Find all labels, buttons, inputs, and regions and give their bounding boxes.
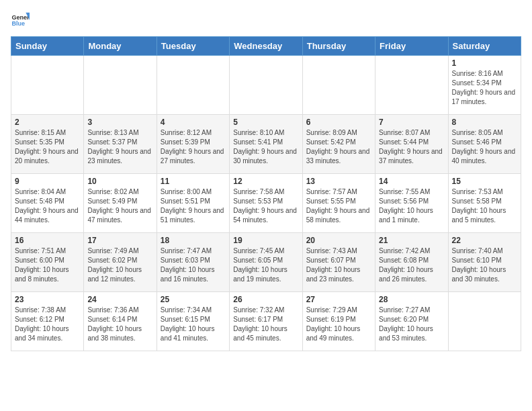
calendar-header-row: SundayMondayTuesdayWednesdayThursdayFrid…	[11, 37, 521, 56]
calendar-week-row: 1Sunrise: 8:16 AM Sunset: 5:34 PM Daylig…	[11, 56, 521, 115]
day-info: Sunrise: 7:47 AM Sunset: 6:03 PM Dayligh…	[161, 246, 226, 284]
day-number: 22	[452, 236, 517, 245]
day-number: 27	[306, 295, 371, 304]
day-info: Sunrise: 8:02 AM Sunset: 5:49 PM Dayligh…	[87, 187, 152, 225]
day-number: 15	[452, 177, 517, 186]
calendar-cell: 4Sunrise: 8:12 AM Sunset: 5:39 PM Daylig…	[157, 115, 229, 174]
day-number: 13	[306, 177, 371, 186]
calendar-cell: 2Sunrise: 8:15 AM Sunset: 5:35 PM Daylig…	[11, 115, 84, 174]
svg-text:Blue: Blue	[11, 20, 25, 27]
day-of-week-header: Saturday	[448, 37, 521, 56]
day-info: Sunrise: 8:00 AM Sunset: 5:51 PM Dayligh…	[161, 187, 226, 225]
day-of-week-header: Tuesday	[157, 37, 229, 56]
calendar-week-row: 16Sunrise: 7:51 AM Sunset: 6:00 PM Dayli…	[11, 233, 521, 292]
calendar-cell: 16Sunrise: 7:51 AM Sunset: 6:00 PM Dayli…	[11, 233, 84, 292]
day-info: Sunrise: 7:45 AM Sunset: 6:05 PM Dayligh…	[233, 246, 298, 284]
calendar-cell	[84, 56, 157, 115]
calendar-cell: 24Sunrise: 7:36 AM Sunset: 6:14 PM Dayli…	[84, 292, 157, 351]
day-number: 19	[233, 236, 298, 245]
day-number: 23	[15, 295, 80, 304]
calendar-cell: 6Sunrise: 8:09 AM Sunset: 5:42 PM Daylig…	[302, 115, 375, 174]
calendar-cell: 20Sunrise: 7:43 AM Sunset: 6:07 PM Dayli…	[302, 233, 375, 292]
calendar-cell: 18Sunrise: 7:47 AM Sunset: 6:03 PM Dayli…	[157, 233, 229, 292]
calendar-cell	[11, 56, 84, 115]
day-of-week-header: Sunday	[11, 37, 84, 56]
day-info: Sunrise: 8:16 AM Sunset: 5:34 PM Dayligh…	[452, 69, 517, 107]
logo-icon: General Blue	[11, 11, 30, 30]
day-number: 6	[306, 118, 371, 127]
calendar-cell: 22Sunrise: 7:40 AM Sunset: 6:10 PM Dayli…	[448, 233, 521, 292]
day-number: 28	[379, 295, 444, 304]
calendar-cell	[157, 56, 229, 115]
day-number: 9	[15, 177, 80, 186]
calendar-cell	[448, 292, 521, 351]
day-number: 26	[233, 295, 298, 304]
day-info: Sunrise: 7:53 AM Sunset: 5:58 PM Dayligh…	[452, 187, 517, 225]
day-info: Sunrise: 7:57 AM Sunset: 5:55 PM Dayligh…	[306, 187, 371, 225]
day-info: Sunrise: 8:04 AM Sunset: 5:48 PM Dayligh…	[15, 187, 80, 225]
calendar-cell: 3Sunrise: 8:13 AM Sunset: 5:37 PM Daylig…	[84, 115, 157, 174]
day-info: Sunrise: 8:07 AM Sunset: 5:44 PM Dayligh…	[379, 128, 444, 166]
day-info: Sunrise: 7:43 AM Sunset: 6:07 PM Dayligh…	[306, 246, 371, 284]
day-number: 1	[452, 58, 517, 68]
day-info: Sunrise: 7:29 AM Sunset: 6:19 PM Dayligh…	[306, 306, 371, 343]
calendar-cell: 7Sunrise: 8:07 AM Sunset: 5:44 PM Daylig…	[375, 115, 448, 174]
calendar-cell: 1Sunrise: 8:16 AM Sunset: 5:34 PM Daylig…	[448, 56, 521, 115]
calendar-cell: 19Sunrise: 7:45 AM Sunset: 6:05 PM Dayli…	[230, 233, 302, 292]
day-number: 14	[379, 177, 444, 186]
day-number: 18	[161, 236, 226, 245]
day-number: 24	[87, 295, 152, 304]
day-info: Sunrise: 7:32 AM Sunset: 6:17 PM Dayligh…	[233, 306, 298, 343]
calendar-cell: 28Sunrise: 7:27 AM Sunset: 6:20 PM Dayli…	[375, 292, 448, 351]
day-of-week-header: Monday	[84, 37, 157, 56]
day-info: Sunrise: 7:40 AM Sunset: 6:10 PM Dayligh…	[452, 246, 517, 284]
day-info: Sunrise: 7:51 AM Sunset: 6:00 PM Dayligh…	[15, 246, 80, 284]
day-info: Sunrise: 7:42 AM Sunset: 6:08 PM Dayligh…	[379, 246, 444, 284]
day-info: Sunrise: 7:49 AM Sunset: 6:02 PM Dayligh…	[87, 246, 152, 284]
day-info: Sunrise: 8:12 AM Sunset: 5:39 PM Dayligh…	[161, 128, 226, 166]
day-info: Sunrise: 7:34 AM Sunset: 6:15 PM Dayligh…	[161, 306, 226, 343]
day-number: 20	[306, 236, 371, 245]
day-number: 16	[15, 236, 80, 245]
day-number: 8	[452, 118, 517, 127]
calendar-cell: 26Sunrise: 7:32 AM Sunset: 6:17 PM Dayli…	[230, 292, 302, 351]
day-info: Sunrise: 7:36 AM Sunset: 6:14 PM Dayligh…	[87, 306, 152, 343]
page-header: General Blue	[11, 11, 521, 30]
day-number: 5	[233, 118, 298, 127]
calendar-cell: 17Sunrise: 7:49 AM Sunset: 6:02 PM Dayli…	[84, 233, 157, 292]
calendar-cell: 8Sunrise: 8:05 AM Sunset: 5:46 PM Daylig…	[448, 115, 521, 174]
calendar-cell: 12Sunrise: 7:58 AM Sunset: 5:53 PM Dayli…	[230, 174, 302, 233]
calendar-cell: 15Sunrise: 7:53 AM Sunset: 5:58 PM Dayli…	[448, 174, 521, 233]
calendar-cell: 11Sunrise: 8:00 AM Sunset: 5:51 PM Dayli…	[157, 174, 229, 233]
day-number: 3	[87, 118, 152, 127]
day-number: 17	[87, 236, 152, 245]
day-info: Sunrise: 8:05 AM Sunset: 5:46 PM Dayligh…	[452, 128, 517, 166]
day-info: Sunrise: 7:58 AM Sunset: 5:53 PM Dayligh…	[233, 187, 298, 225]
calendar-cell: 10Sunrise: 8:02 AM Sunset: 5:49 PM Dayli…	[84, 174, 157, 233]
day-info: Sunrise: 8:10 AM Sunset: 5:41 PM Dayligh…	[233, 128, 298, 166]
day-number: 7	[379, 118, 444, 127]
calendar-cell: 27Sunrise: 7:29 AM Sunset: 6:19 PM Dayli…	[302, 292, 375, 351]
calendar-week-row: 9Sunrise: 8:04 AM Sunset: 5:48 PM Daylig…	[11, 174, 521, 233]
day-info: Sunrise: 8:15 AM Sunset: 5:35 PM Dayligh…	[15, 128, 80, 166]
calendar-cell: 14Sunrise: 7:55 AM Sunset: 5:56 PM Dayli…	[375, 174, 448, 233]
calendar-cell: 9Sunrise: 8:04 AM Sunset: 5:48 PM Daylig…	[11, 174, 84, 233]
day-number: 2	[15, 118, 80, 127]
day-of-week-header: Friday	[375, 37, 448, 56]
calendar-cell	[375, 56, 448, 115]
day-of-week-header: Thursday	[302, 37, 375, 56]
calendar-table: SundayMondayTuesdayWednesdayThursdayFrid…	[11, 36, 521, 351]
day-number: 25	[161, 295, 226, 304]
svg-text:General: General	[11, 14, 30, 21]
day-number: 10	[87, 177, 152, 186]
day-number: 12	[233, 177, 298, 186]
calendar-cell: 23Sunrise: 7:38 AM Sunset: 6:12 PM Dayli…	[11, 292, 84, 351]
day-number: 11	[161, 177, 226, 186]
day-of-week-header: Wednesday	[230, 37, 302, 56]
day-info: Sunrise: 7:55 AM Sunset: 5:56 PM Dayligh…	[379, 187, 444, 225]
day-number: 4	[161, 118, 226, 127]
calendar-cell: 5Sunrise: 8:10 AM Sunset: 5:41 PM Daylig…	[230, 115, 302, 174]
calendar-cell: 13Sunrise: 7:57 AM Sunset: 5:55 PM Dayli…	[302, 174, 375, 233]
calendar-cell	[230, 56, 302, 115]
day-info: Sunrise: 8:09 AM Sunset: 5:42 PM Dayligh…	[306, 128, 371, 166]
